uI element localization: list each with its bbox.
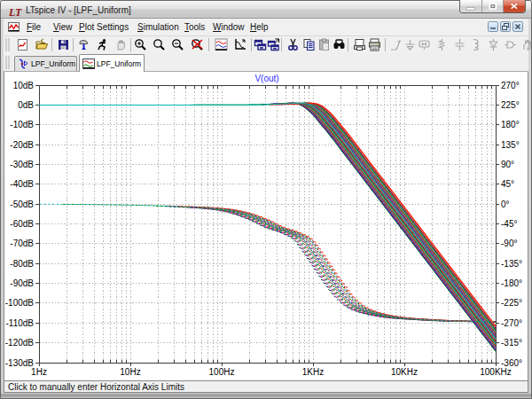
- svg-text:90°: 90°: [501, 160, 514, 169]
- svg-text:-120dB: -120dB: [5, 338, 35, 348]
- svg-text:0dB: 0dB: [18, 100, 34, 110]
- svg-text:-130dB: -130dB: [5, 358, 35, 368]
- svg-text:-60dB: -60dB: [10, 219, 34, 229]
- svg-text:-225°: -225°: [501, 298, 522, 308]
- svg-text:-20dB: -20dB: [10, 140, 34, 150]
- svg-text:135°: 135°: [501, 140, 520, 150]
- svg-text:10KHz: 10KHz: [391, 367, 418, 377]
- svg-text:-90°: -90°: [501, 239, 517, 248]
- svg-text:-70dB: -70dB: [10, 239, 34, 248]
- svg-text:1KHz: 1KHz: [302, 367, 324, 377]
- svg-text:-360°: -360°: [501, 358, 522, 368]
- svg-text:-90dB: -90dB: [10, 278, 34, 288]
- svg-text:-40dB: -40dB: [10, 179, 34, 189]
- svg-text:10Hz: 10Hz: [120, 367, 140, 377]
- svg-text:-80dB: -80dB: [10, 259, 34, 269]
- svg-text:-10dB: -10dB: [10, 120, 34, 129]
- svg-text:V(out): V(out): [254, 74, 278, 83]
- svg-text:100KHz: 100KHz: [480, 367, 512, 377]
- svg-text:-135°: -135°: [501, 259, 522, 269]
- svg-text:-50dB: -50dB: [10, 200, 34, 209]
- svg-text:225°: 225°: [501, 100, 520, 110]
- svg-text:-100dB: -100dB: [5, 298, 35, 308]
- svg-text:100Hz: 100Hz: [209, 367, 235, 377]
- svg-text:180°: 180°: [501, 120, 520, 129]
- svg-text:45°: 45°: [501, 179, 514, 189]
- svg-text:-315°: -315°: [501, 338, 522, 348]
- svg-text:10dB: 10dB: [13, 81, 35, 90]
- svg-text:-30dB: -30dB: [10, 160, 34, 169]
- svg-text:-180°: -180°: [501, 278, 522, 288]
- svg-text:LT: LT: [9, 7, 22, 18]
- svg-text:1Hz: 1Hz: [31, 367, 47, 377]
- svg-text:270°: 270°: [501, 81, 520, 90]
- svg-text:-110dB: -110dB: [5, 318, 34, 328]
- svg-text:0°: 0°: [501, 200, 510, 209]
- svg-text:-270°: -270°: [501, 318, 522, 328]
- svg-text:-45°: -45°: [501, 219, 517, 229]
